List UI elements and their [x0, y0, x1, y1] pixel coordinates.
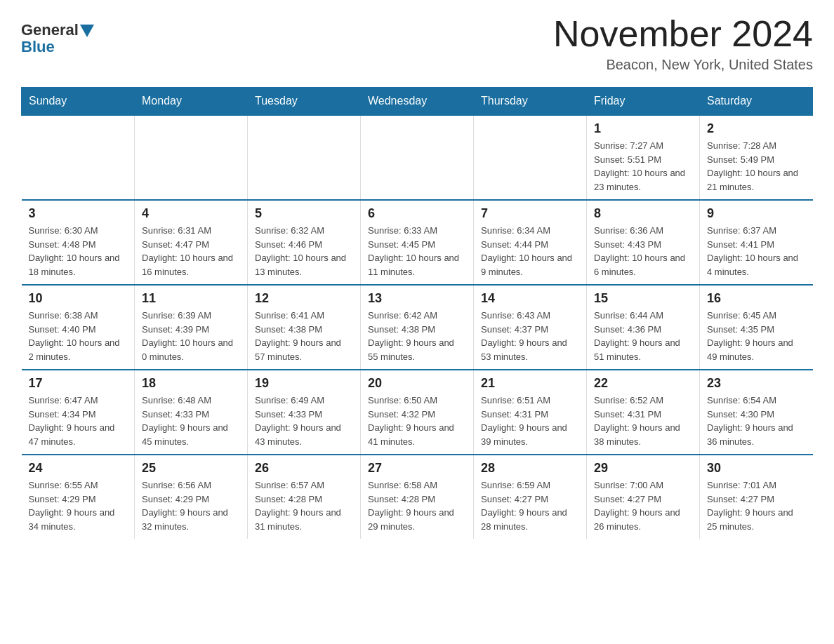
day-number: 30 [707, 461, 806, 476]
day-info: Sunrise: 6:45 AMSunset: 4:35 PMDaylight:… [707, 309, 806, 363]
calendar-week-row: 24Sunrise: 6:55 AMSunset: 4:29 PMDayligh… [22, 455, 813, 539]
calendar-cell: 26Sunrise: 6:57 AMSunset: 4:28 PMDayligh… [248, 455, 361, 539]
day-number: 24 [29, 461, 128, 476]
day-number: 9 [707, 206, 806, 221]
day-number: 2 [707, 121, 806, 136]
calendar-cell: 13Sunrise: 6:42 AMSunset: 4:38 PMDayligh… [361, 285, 474, 370]
location-subtitle: Beacon, New York, United States [553, 57, 813, 73]
calendar-cell: 18Sunrise: 6:48 AMSunset: 4:33 PMDayligh… [135, 370, 248, 455]
day-info: Sunrise: 6:43 AMSunset: 4:37 PMDaylight:… [481, 309, 579, 363]
calendar-cell: 21Sunrise: 6:51 AMSunset: 4:31 PMDayligh… [474, 370, 587, 455]
calendar-cell [248, 115, 361, 200]
day-info: Sunrise: 6:59 AMSunset: 4:27 PMDaylight:… [481, 478, 579, 533]
day-info: Sunrise: 6:48 AMSunset: 4:33 PMDaylight:… [142, 394, 240, 448]
day-info: Sunrise: 6:33 AMSunset: 4:45 PMDaylight:… [368, 224, 466, 279]
day-info: Sunrise: 6:30 AMSunset: 4:48 PMDaylight:… [29, 224, 128, 279]
calendar-cell: 12Sunrise: 6:41 AMSunset: 4:38 PMDayligh… [248, 285, 361, 370]
month-title: November 2024 [553, 14, 813, 54]
calendar-cell: 20Sunrise: 6:50 AMSunset: 4:32 PMDayligh… [361, 370, 474, 455]
day-info: Sunrise: 6:37 AMSunset: 4:41 PMDaylight:… [707, 224, 806, 279]
calendar-cell: 27Sunrise: 6:58 AMSunset: 4:28 PMDayligh… [361, 455, 474, 539]
day-number: 28 [481, 461, 579, 476]
calendar-cell [135, 115, 248, 200]
calendar-cell: 28Sunrise: 6:59 AMSunset: 4:27 PMDayligh… [474, 455, 587, 539]
calendar-cell: 23Sunrise: 6:54 AMSunset: 4:30 PMDayligh… [700, 370, 813, 455]
weekday-header-tuesday: Tuesday [248, 88, 361, 116]
day-number: 1 [594, 121, 692, 136]
weekday-header-row: SundayMondayTuesdayWednesdayThursdayFrid… [22, 88, 813, 116]
day-info: Sunrise: 6:58 AMSunset: 4:28 PMDaylight:… [368, 478, 466, 533]
day-info: Sunrise: 6:36 AMSunset: 4:43 PMDaylight:… [594, 224, 692, 279]
day-number: 15 [594, 291, 692, 306]
day-number: 22 [594, 376, 692, 391]
day-number: 18 [142, 376, 240, 391]
logo-general-text: General [21, 21, 79, 39]
calendar-cell: 24Sunrise: 6:55 AMSunset: 4:29 PMDayligh… [22, 455, 135, 539]
day-info: Sunrise: 6:51 AMSunset: 4:31 PMDaylight:… [481, 394, 579, 448]
day-info: Sunrise: 6:41 AMSunset: 4:38 PMDaylight:… [255, 309, 353, 363]
calendar-cell: 11Sunrise: 6:39 AMSunset: 4:39 PMDayligh… [135, 285, 248, 370]
weekday-header-friday: Friday [587, 88, 700, 116]
day-info: Sunrise: 7:01 AMSunset: 4:27 PMDaylight:… [707, 478, 806, 533]
calendar-cell: 4Sunrise: 6:31 AMSunset: 4:47 PMDaylight… [135, 200, 248, 285]
calendar-cell: 8Sunrise: 6:36 AMSunset: 4:43 PMDaylight… [587, 200, 700, 285]
day-number: 13 [368, 291, 466, 306]
day-number: 21 [481, 376, 579, 391]
day-number: 10 [29, 291, 128, 306]
calendar-table: SundayMondayTuesdayWednesdayThursdayFrid… [21, 87, 813, 539]
calendar-cell: 22Sunrise: 6:52 AMSunset: 4:31 PMDayligh… [587, 370, 700, 455]
page-header: General Blue November 2024 Beacon, New Y… [21, 14, 813, 73]
day-info: Sunrise: 6:57 AMSunset: 4:28 PMDaylight:… [255, 478, 353, 533]
calendar-cell: 10Sunrise: 6:38 AMSunset: 4:40 PMDayligh… [22, 285, 135, 370]
calendar-week-row: 3Sunrise: 6:30 AMSunset: 4:48 PMDaylight… [22, 200, 813, 285]
logo-general: General [21, 21, 94, 39]
calendar-cell: 2Sunrise: 7:28 AMSunset: 5:49 PMDaylight… [700, 115, 813, 200]
calendar-cell [474, 115, 587, 200]
calendar-cell: 17Sunrise: 6:47 AMSunset: 4:34 PMDayligh… [22, 370, 135, 455]
day-number: 8 [594, 206, 692, 221]
day-info: Sunrise: 7:28 AMSunset: 5:49 PMDaylight:… [707, 139, 806, 194]
day-number: 3 [29, 206, 128, 221]
day-number: 11 [142, 291, 240, 306]
day-number: 26 [255, 461, 353, 476]
day-info: Sunrise: 6:56 AMSunset: 4:29 PMDaylight:… [142, 478, 240, 533]
calendar-cell [22, 115, 135, 200]
day-info: Sunrise: 7:27 AMSunset: 5:51 PMDaylight:… [594, 139, 692, 194]
calendar-cell: 14Sunrise: 6:43 AMSunset: 4:37 PMDayligh… [474, 285, 587, 370]
day-info: Sunrise: 6:42 AMSunset: 4:38 PMDaylight:… [368, 309, 466, 363]
calendar-cell: 1Sunrise: 7:27 AMSunset: 5:51 PMDaylight… [587, 115, 700, 200]
day-number: 6 [368, 206, 466, 221]
logo-blue-text: Blue [21, 38, 55, 56]
calendar-week-row: 10Sunrise: 6:38 AMSunset: 4:40 PMDayligh… [22, 285, 813, 370]
day-number: 25 [142, 461, 240, 476]
calendar-week-row: 1Sunrise: 7:27 AMSunset: 5:51 PMDaylight… [22, 115, 813, 200]
weekday-header-saturday: Saturday [700, 88, 813, 116]
calendar-cell: 25Sunrise: 6:56 AMSunset: 4:29 PMDayligh… [135, 455, 248, 539]
calendar-week-row: 17Sunrise: 6:47 AMSunset: 4:34 PMDayligh… [22, 370, 813, 455]
day-info: Sunrise: 6:55 AMSunset: 4:29 PMDaylight:… [29, 478, 128, 533]
calendar-cell: 6Sunrise: 6:33 AMSunset: 4:45 PMDaylight… [361, 200, 474, 285]
day-number: 23 [707, 376, 806, 391]
logo-triangle-icon [80, 25, 94, 37]
weekday-header-wednesday: Wednesday [361, 88, 474, 116]
day-info: Sunrise: 7:00 AMSunset: 4:27 PMDaylight:… [594, 478, 692, 533]
day-number: 16 [707, 291, 806, 306]
day-info: Sunrise: 6:32 AMSunset: 4:46 PMDaylight:… [255, 224, 353, 279]
calendar-cell: 30Sunrise: 7:01 AMSunset: 4:27 PMDayligh… [700, 455, 813, 539]
day-info: Sunrise: 6:39 AMSunset: 4:39 PMDaylight:… [142, 309, 240, 363]
day-number: 4 [142, 206, 240, 221]
calendar-cell: 5Sunrise: 6:32 AMSunset: 4:46 PMDaylight… [248, 200, 361, 285]
calendar-cell: 29Sunrise: 7:00 AMSunset: 4:27 PMDayligh… [587, 455, 700, 539]
weekday-header-monday: Monday [135, 88, 248, 116]
day-number: 12 [255, 291, 353, 306]
calendar-cell: 16Sunrise: 6:45 AMSunset: 4:35 PMDayligh… [700, 285, 813, 370]
calendar-cell: 19Sunrise: 6:49 AMSunset: 4:33 PMDayligh… [248, 370, 361, 455]
day-info: Sunrise: 6:44 AMSunset: 4:36 PMDaylight:… [594, 309, 692, 363]
calendar-cell: 9Sunrise: 6:37 AMSunset: 4:41 PMDaylight… [700, 200, 813, 285]
day-number: 7 [481, 206, 579, 221]
day-info: Sunrise: 6:50 AMSunset: 4:32 PMDaylight:… [368, 394, 466, 448]
day-info: Sunrise: 6:38 AMSunset: 4:40 PMDaylight:… [29, 309, 128, 363]
day-number: 19 [255, 376, 353, 391]
day-number: 27 [368, 461, 466, 476]
calendar-cell: 15Sunrise: 6:44 AMSunset: 4:36 PMDayligh… [587, 285, 700, 370]
